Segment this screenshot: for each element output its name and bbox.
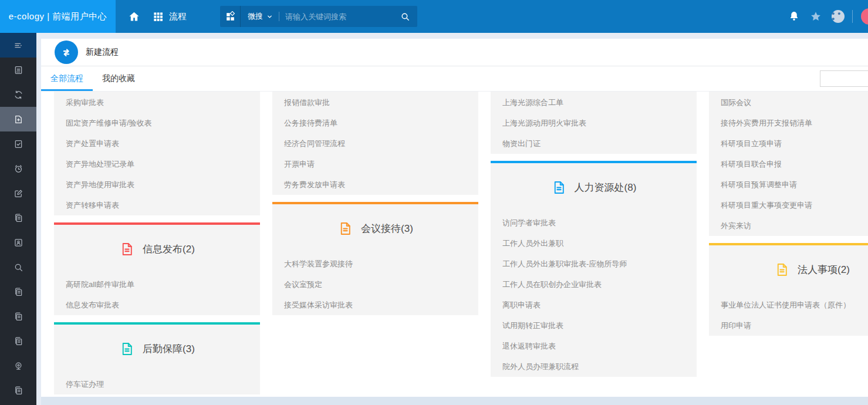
workflow-link[interactable]: 用印申请 — [721, 315, 868, 336]
file-text-icon — [774, 262, 790, 278]
column-3: 上海光源综合工单上海光源动用明火审批表物资出门证人力资源处(8)访问学者审批表工… — [491, 92, 697, 397]
workflow-link[interactable]: 资产处置申请表 — [66, 133, 248, 154]
workflow-link[interactable]: 工作人员外出兼职审批表-应物所导师 — [502, 254, 685, 274]
nav-workflow[interactable]: 流程 — [169, 11, 187, 22]
search-apps-icon[interactable] — [220, 6, 241, 27]
tab-my-favorites[interactable]: 我的收藏 — [93, 66, 144, 91]
card-header: 信息发布(2) — [54, 225, 260, 259]
sidebar-item-6[interactable] — [0, 181, 36, 205]
bell-icon[interactable] — [788, 11, 800, 22]
card-item-list: 高研院all邮件审批单信息发布审批表 — [54, 259, 260, 315]
sidebar-item-5[interactable] — [0, 156, 36, 181]
top-strip — [41, 33, 868, 39]
star-icon[interactable] — [810, 11, 822, 22]
sidebar-item-7[interactable] — [0, 205, 36, 230]
sidebar-item-10[interactable] — [0, 279, 36, 304]
column-2: 报销借款审批公务接待费清单经济合同管理流程开票申请劳务费发放申请表会议接待(3)… — [272, 92, 478, 397]
card-title: 后勤保障(3) — [143, 342, 195, 356]
workflow-link[interactable]: 工作人员外出兼职 — [502, 233, 685, 254]
sidebar-item-14[interactable] — [0, 378, 36, 403]
workflow-link[interactable]: 外宾来访 — [721, 215, 868, 236]
file-text-icon — [337, 221, 353, 237]
workflow-link[interactable]: 会议室预定 — [284, 274, 467, 295]
workflow-link[interactable]: 上海光源综合工单 — [502, 92, 685, 113]
workflow-link[interactable]: 开票申请 — [284, 154, 467, 174]
apps-grid-icon[interactable] — [153, 11, 164, 22]
card-header: 后勤保障(3) — [54, 325, 260, 359]
sidebar-item-2[interactable] — [0, 82, 36, 107]
sidebar-item-3[interactable] — [0, 107, 36, 131]
workflow-link[interactable]: 院外人员办理兼职流程 — [502, 356, 685, 377]
workflow-link[interactable]: 接待外宾费用开支报销清单 — [721, 113, 868, 133]
card-item-list: 事业单位法人证书使用申请表（原件）用印申请 — [709, 279, 868, 336]
column-1: 采购审批表固定资产维修申请/验收表资产处置申请表资产异地处理记录单资产异地使用审… — [54, 92, 260, 397]
home-icon[interactable] — [128, 11, 140, 23]
search-engine-select[interactable]: 微搜 — [248, 11, 263, 22]
category-card-partial: 采购审批表固定资产维修申请/验收表资产处置申请表资产异地处理记录单资产异地使用审… — [54, 92, 260, 215]
more-icon[interactable]: ● ● ● — [832, 10, 845, 23]
workflow-link[interactable]: 科研项目重大事项变更申请 — [721, 195, 868, 215]
category-card: 后勤保障(3)停车证办理 — [54, 322, 260, 394]
workflow-link[interactable]: 科研项目立项申请 — [721, 133, 868, 154]
workflow-link[interactable]: 事业单位法人证书使用申请表（原件） — [721, 295, 868, 315]
brand-logo[interactable]: e-cology | 前端用户中心 — [0, 0, 116, 33]
card-header: 会议接待(3) — [272, 204, 478, 238]
workflow-board: 采购审批表固定资产维修申请/验收表资产处置申请表资产异地处理记录单资产异地使用审… — [41, 92, 868, 397]
workflow-link[interactable]: 科研项目联合申报 — [721, 154, 868, 174]
workflow-link[interactable]: 离职申请表 — [502, 295, 685, 315]
workflow-link[interactable]: 资产转移申请表 — [66, 195, 248, 215]
page-header: 新建流程 — [41, 39, 868, 66]
workflow-link[interactable]: 物资出门证 — [502, 133, 685, 154]
webcam-icon — [13, 360, 24, 372]
workflow-link[interactable]: 退休返聘审批表 — [502, 336, 685, 356]
file-text-icon — [119, 241, 135, 257]
file-text-icon — [119, 341, 135, 357]
workflow-link[interactable]: 大科学装置参观接待 — [284, 254, 467, 274]
workflow-link[interactable]: 报销借款审批 — [284, 92, 467, 113]
card-title: 会议接待(3) — [361, 222, 413, 235]
workflow-link[interactable]: 经济合同管理流程 — [284, 133, 467, 154]
workflow-link[interactable]: 停车证办理 — [66, 374, 248, 394]
workflow-link[interactable]: 信息发布审批表 — [66, 295, 248, 315]
workflow-link[interactable]: 国际会议 — [721, 92, 868, 113]
workflow-link[interactable]: 访问学者审批表 — [502, 212, 685, 233]
workflow-link[interactable]: 资产异地使用审批表 — [66, 174, 248, 195]
workflow-link[interactable]: 上海光源动用明火审批表 — [502, 113, 685, 133]
page-title: 新建流程 — [86, 47, 119, 58]
menu-toggle-icon — [13, 40, 24, 51]
tab-all-workflows[interactable]: 全部流程 — [41, 66, 93, 91]
search-icon[interactable] — [400, 12, 410, 22]
sidebar-item-0[interactable] — [0, 33, 36, 58]
workflow-link[interactable]: 劳务费发放申请表 — [284, 174, 467, 195]
workflow-link[interactable]: 资产异地处理记录单 — [66, 154, 248, 174]
workflow-link[interactable]: 固定资产维修申请/验收表 — [66, 113, 248, 133]
sidebar-item-9[interactable] — [0, 255, 36, 279]
card-item-list: 采购审批表固定资产维修申请/验收表资产处置申请表资产异地处理记录单资产异地使用审… — [54, 92, 260, 215]
column-4: 国际会议接待外宾费用开支报销清单科研项目立项申请科研项目联合申报科研项目预算调整… — [709, 92, 868, 397]
sidebar-item-8[interactable] — [0, 230, 36, 255]
workflow-link[interactable]: 公务接待费清单 — [284, 113, 467, 133]
card-title: 法人事项(2) — [798, 263, 850, 276]
workflow-link[interactable]: 采购审批表 — [66, 92, 248, 113]
sidebar-item-4[interactable] — [0, 131, 36, 156]
bottom-strip — [41, 397, 868, 405]
card-title: 人力资源处(8) — [575, 181, 637, 194]
sidebar-item-11[interactable] — [0, 304, 36, 329]
sidebar-item-13[interactable] — [0, 353, 36, 378]
workflow-link[interactable]: 科研项目预算调整申请 — [721, 174, 868, 195]
sidebar-item-1[interactable] — [0, 58, 36, 82]
workflow-filter-input[interactable] — [820, 70, 868, 87]
id-card-icon — [13, 237, 24, 248]
chevron-down-icon[interactable] — [266, 14, 273, 20]
main-area: 新建流程 全部流程 我的收藏 采购审批表固定资产维修申请/验收表资产处置申请表资… — [36, 33, 868, 405]
workflow-link[interactable]: 接受媒体采访审批表 — [284, 295, 467, 315]
avatar[interactable] — [861, 8, 868, 25]
category-card-partial: 报销借款审批公务接待费清单经济合同管理流程开票申请劳务费发放申请表 — [272, 92, 478, 195]
sidebar-item-12[interactable] — [0, 329, 36, 353]
edit-icon — [13, 188, 24, 199]
workflow-link[interactable]: 高研院all邮件审批单 — [66, 274, 248, 295]
search-input[interactable] — [285, 12, 393, 21]
workflow-link[interactable]: 工作人员在职创办企业审批表 — [502, 274, 685, 295]
category-card: 会议接待(3)大科学装置参观接待会议室预定接受媒体采访审批表 — [272, 202, 478, 315]
workflow-link[interactable]: 试用期转正审批表 — [502, 315, 685, 336]
